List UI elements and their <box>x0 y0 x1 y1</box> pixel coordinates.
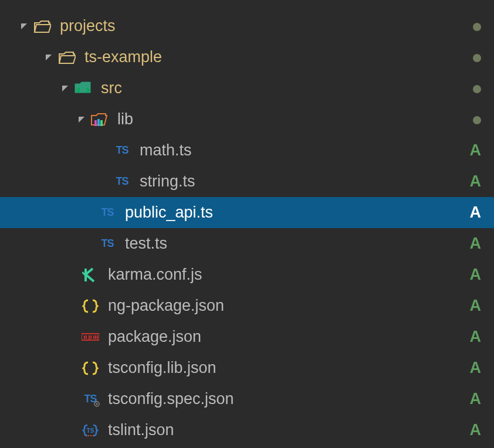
tree-file-ng-package[interactable]: ng-package.json A <box>0 290 494 321</box>
typescript-file-icon: TS <box>97 204 118 222</box>
tree-file-package[interactable]: package.json A <box>0 321 494 352</box>
svg-rect-4 <box>84 335 85 339</box>
file-label: test.ts <box>125 235 468 253</box>
svg-rect-10 <box>97 335 98 339</box>
file-label: ng-package.json <box>108 297 468 315</box>
vcs-status-added: A <box>468 390 481 408</box>
vcs-status-icon <box>468 17 481 35</box>
tsconfig-file-icon: TS <box>80 391 101 408</box>
svg-rect-5 <box>86 335 87 339</box>
vcs-status-added: A <box>468 141 481 159</box>
file-label: tslint.json <box>108 421 468 439</box>
file-label: tsconfig.spec.json <box>108 390 468 408</box>
tree-file-tsconfig-spec[interactable]: TS tsconfig.spec.json A <box>0 383 494 415</box>
file-label: package.json <box>108 328 468 346</box>
folder-label: lib <box>117 110 468 128</box>
chevron-down-icon <box>42 55 55 60</box>
tree-folder-ts-example[interactable]: ts-example <box>0 42 494 73</box>
chevron-down-icon <box>18 23 31 29</box>
svg-rect-2 <box>100 120 103 126</box>
tree-folder-src[interactable]: src <box>0 73 494 104</box>
svg-rect-0 <box>94 120 97 126</box>
svg-rect-8 <box>93 335 94 339</box>
vcs-status-icon <box>468 48 481 66</box>
svg-text:TS: TS <box>87 427 94 434</box>
file-label: string.ts <box>140 172 468 191</box>
tree-file-tslint[interactable]: TS tslint.json A <box>0 415 494 446</box>
typescript-file-icon: TS <box>111 142 133 159</box>
chevron-down-icon <box>59 86 72 91</box>
vcs-status-added: A <box>468 421 481 439</box>
vcs-status-icon <box>468 110 481 128</box>
vcs-status-added: A <box>468 172 481 191</box>
file-label: karma.conf.js <box>108 266 468 284</box>
svg-rect-9 <box>95 335 96 339</box>
folder-label: ts-example <box>84 48 468 66</box>
tree-file-public-api[interactable]: TS public_api.ts A <box>0 197 494 228</box>
vcs-status-added: A <box>468 359 481 377</box>
folder-label: projects <box>60 17 468 35</box>
npm-file-icon <box>80 328 101 346</box>
svg-rect-7 <box>90 335 92 339</box>
karma-file-icon <box>80 266 101 284</box>
file-label: math.ts <box>140 141 468 159</box>
tree-folder-projects[interactable]: projects <box>0 11 494 42</box>
typescript-file-icon: TS <box>111 173 133 191</box>
vcs-status-added: A <box>468 203 481 222</box>
tslint-file-icon: TS <box>80 422 101 439</box>
tree-file-karma[interactable]: karma.conf.js A <box>0 259 494 290</box>
vcs-status-added: A <box>468 235 481 253</box>
vcs-status-added: A <box>468 297 481 315</box>
svg-rect-1 <box>97 119 100 126</box>
tree-file-test[interactable]: TS test.ts A <box>0 228 494 259</box>
tree-file-tsconfig-lib[interactable]: tsconfig.lib.json A <box>0 352 494 383</box>
vcs-status-icon <box>468 79 481 97</box>
vcs-status-added: A <box>468 328 481 346</box>
source-folder-icon <box>73 80 94 97</box>
tree-file-math[interactable]: TS math.ts A <box>0 135 494 166</box>
folder-open-icon <box>32 18 53 35</box>
svg-rect-6 <box>89 335 90 340</box>
chevron-down-icon <box>75 117 88 123</box>
folder-label: src <box>101 79 468 97</box>
svg-point-12 <box>96 403 97 405</box>
tree-folder-lib[interactable]: lib <box>0 104 494 135</box>
folder-open-icon <box>56 49 77 66</box>
file-label: public_api.ts <box>125 203 468 222</box>
library-folder-icon <box>89 111 110 128</box>
typescript-file-icon: TS <box>97 235 118 253</box>
json-file-icon <box>80 297 101 315</box>
json-file-icon <box>80 359 101 377</box>
file-tree: projects ts-example src <box>0 0 494 446</box>
file-label: tsconfig.lib.json <box>108 359 468 377</box>
tree-file-string[interactable]: TS string.ts A <box>0 166 494 197</box>
vcs-status-added: A <box>468 266 481 284</box>
